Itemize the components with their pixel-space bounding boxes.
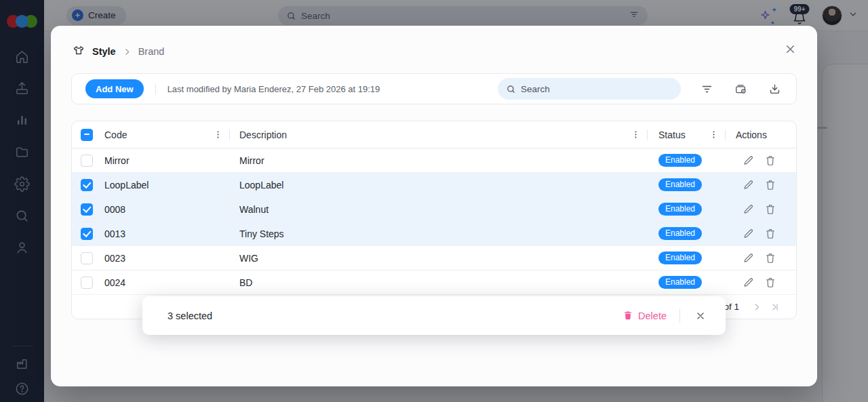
row-description: Tiny Steps [230,222,647,245]
delete-button[interactable] [764,154,776,167]
chevron-last-icon [770,302,781,313]
edit-button[interactable] [742,203,755,216]
table-row[interactable]: Mirror Mirror Enabled [72,148,796,173]
row-checkbox[interactable] [81,252,93,264]
download-icon [768,83,781,96]
selected-count-label: 3 selected [167,310,212,321]
trash-icon [764,252,776,264]
row-code: LoopLabel [102,173,229,197]
row-checkbox[interactable] [81,155,93,167]
edit-button[interactable] [742,227,755,240]
row-description: LoopLabel [230,173,647,197]
toolbar-divider [155,83,156,94]
selection-bar: 3 selected Delete [142,296,726,335]
download-button[interactable] [766,81,783,97]
row-description: WIG [230,246,647,270]
column-header-description[interactable]: Description [239,129,287,140]
table-body: Mirror Mirror Enabled LoopLabel LoopLabe… [72,148,796,295]
row-description: Mirror [230,148,647,172]
filter-icon [701,83,713,96]
status-badge: Enabled [658,178,702,191]
column-header-actions: Actions [736,129,767,140]
close-icon [784,43,797,56]
last-page-button[interactable] [768,300,783,315]
trash-icon [764,179,776,191]
manage-views-button[interactable] [732,81,749,97]
chevron-right-icon [751,302,762,313]
selection-bar-divider [679,309,680,323]
modal-close-button[interactable] [782,41,798,57]
last-modified-text: Last modified by Maria Enderez, 27 Feb 2… [167,84,380,94]
status-badge: Enabled [658,252,702,264]
row-description: Walnut [230,197,647,221]
table-header: Code Description Status Actions [72,121,796,148]
trash-icon [764,277,776,289]
column-menu-icon[interactable] [629,129,642,141]
brand-modal: Style Brand Add New Last modified by Mar… [51,26,817,386]
pencil-icon [743,252,755,264]
delete-button[interactable] [764,227,776,240]
pencil-icon [743,179,755,191]
trash-icon [623,310,633,321]
edit-button[interactable] [742,252,755,264]
delete-button[interactable] [764,203,776,216]
manage-views-icon [734,83,747,96]
trash-icon [764,155,776,167]
status-badge: Enabled [658,154,702,167]
pencil-icon [743,155,755,167]
row-code: 0023 [102,246,229,270]
app-root: Create ✦ ✦ 99+ [0,0,868,402]
table-search[interactable] [498,78,681,100]
table-row[interactable]: 0008 Walnut Enabled [72,197,796,222]
tshirt-icon [71,44,86,59]
status-badge: Enabled [658,203,702,216]
row-code: 0013 [102,222,229,245]
status-badge: Enabled [658,227,702,240]
edit-button[interactable] [742,276,755,289]
table-row[interactable]: 0013 Tiny Steps Enabled [72,222,796,246]
bulk-delete-label: Delete [638,310,667,321]
selection-bar-close-button[interactable] [693,308,708,323]
status-badge: Enabled [658,276,702,289]
pencil-icon [743,228,755,240]
edit-button[interactable] [742,154,755,167]
trash-icon [764,228,776,240]
table-search-input[interactable] [521,84,663,94]
row-description: BD [230,270,647,294]
breadcrumb-style[interactable]: Style [92,46,116,57]
table-row[interactable]: LoopLabel LoopLabel Enabled [72,173,796,197]
pencil-icon [743,277,755,289]
breadcrumb: Style Brand [71,42,164,61]
trash-icon [764,203,776,216]
column-menu-icon[interactable] [707,129,719,141]
column-menu-icon[interactable] [212,129,224,141]
bulk-delete-button[interactable]: Delete [623,310,667,321]
delete-button[interactable] [764,252,776,264]
close-icon [695,310,706,321]
column-header-code[interactable]: Code [104,129,127,140]
row-code: 0024 [102,270,229,294]
filter-button[interactable] [698,81,715,97]
edit-button[interactable] [742,178,755,191]
column-header-status[interactable]: Status [658,129,686,140]
delete-button[interactable] [764,178,776,191]
next-page-button[interactable] [749,300,764,315]
table-row[interactable]: 0024 BD Enabled [72,270,796,295]
delete-button[interactable] [764,276,776,289]
row-checkbox[interactable] [81,179,93,191]
row-code: Mirror [102,148,229,172]
row-code: 0008 [102,197,229,221]
breadcrumb-brand: Brand [138,46,165,57]
row-checkbox[interactable] [81,228,93,240]
table-row[interactable]: 0023 WIG Enabled [72,246,796,270]
pencil-icon [743,203,755,216]
brand-table: Code Description Status Actions [71,121,797,319]
row-checkbox[interactable] [81,277,93,289]
modal-toolbar: Add New Last modified by Maria Enderez, … [71,73,797,104]
add-new-button[interactable]: Add New [85,79,144,98]
search-icon [506,84,516,94]
chevron-right-icon [123,47,132,56]
row-checkbox[interactable] [81,203,93,216]
select-all-checkbox[interactable] [81,129,93,141]
